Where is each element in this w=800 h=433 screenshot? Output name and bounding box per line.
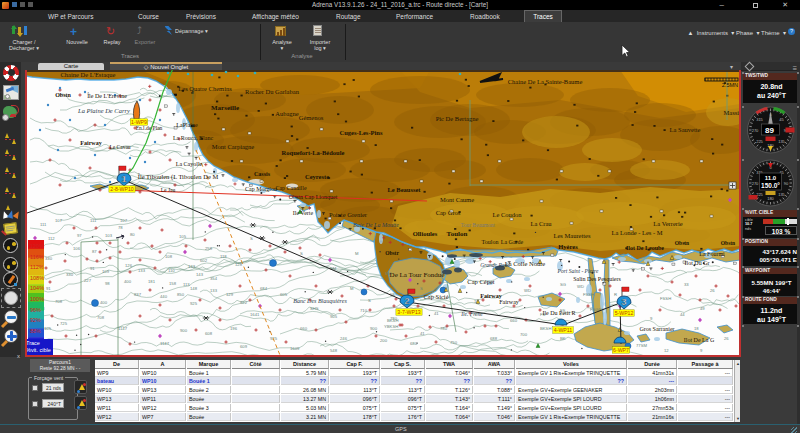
svg-text:Marseille: Marseille xyxy=(211,104,239,112)
svg-text:660: 660 xyxy=(300,326,308,331)
svg-text:Cap Canaille: Cap Canaille xyxy=(275,185,306,191)
svg-text:605: 605 xyxy=(280,292,288,297)
svg-text:90: 90 xyxy=(784,181,789,186)
svg-text:Tour Beaumont: Tour Beaumont xyxy=(461,222,496,228)
svg-text:148: 148 xyxy=(190,286,198,291)
svg-text:Obstn Cap Lionquet: Obstn Cap Lionquet xyxy=(289,194,338,200)
svg-text:109: 109 xyxy=(102,269,110,274)
svg-text:91: 91 xyxy=(90,266,95,271)
svg-text:Fairway: Fairway xyxy=(80,140,101,146)
svg-text:En.l.de Plan: En.l.de Plan xyxy=(136,125,163,131)
svg-text:270: 270 xyxy=(752,127,759,132)
svg-text:602: 602 xyxy=(200,258,208,263)
svg-text:La Sauvette: La Sauvette xyxy=(670,126,701,133)
svg-text:49: 49 xyxy=(700,306,705,311)
svg-text:96%: 96% xyxy=(30,307,41,313)
svg-text:FSSH: FSSH xyxy=(660,296,671,301)
svg-text:R: R xyxy=(614,292,617,297)
svg-text:270: 270 xyxy=(752,181,759,186)
svg-text:5-WP12: 5-WP12 xyxy=(615,310,634,316)
svg-text:La Colle Noure: La Colle Noure xyxy=(505,260,546,267)
svg-text:246: 246 xyxy=(340,336,348,341)
svg-text:18: 18 xyxy=(694,326,699,331)
svg-text:Trace: Trace xyxy=(26,340,40,346)
svg-text:M: M xyxy=(355,251,359,256)
svg-text:680: 680 xyxy=(410,341,418,346)
svg-text:S: S xyxy=(368,298,371,303)
svg-text:Obstn: Obstn xyxy=(721,240,735,246)
svg-text:354: 354 xyxy=(210,276,218,281)
svg-text:133: 133 xyxy=(188,264,196,269)
svg-text:Banc Des Blauquières: Banc Des Blauquières xyxy=(293,298,347,304)
svg-text:S: S xyxy=(250,236,253,241)
svg-text:107: 107 xyxy=(120,218,128,223)
svg-text:Rocher Du Garlaban: Rocher Du Garlaban xyxy=(245,88,300,95)
svg-text:FSSH: FSSH xyxy=(583,292,594,297)
svg-text:97: 97 xyxy=(77,233,82,238)
svg-text:Massif De: Massif De xyxy=(724,109,740,116)
svg-text:Pointe Grenier: Pointe Grenier xyxy=(329,211,368,218)
svg-text:Mont Carpiagne: Mont Carpiagne xyxy=(212,143,255,150)
svg-text:SG: SG xyxy=(560,282,566,287)
svg-text:Hyères: Hyères xyxy=(558,243,578,250)
svg-text:150.0°: 150.0° xyxy=(761,182,780,189)
svg-text:87: 87 xyxy=(92,249,97,254)
svg-text:1609: 1609 xyxy=(290,346,300,351)
svg-text:26: 26 xyxy=(710,288,715,293)
svg-text:116%: 116% xyxy=(30,254,44,260)
svg-text:112: 112 xyxy=(48,236,55,241)
svg-text:Cassis: Cassis xyxy=(254,171,271,177)
svg-text:BKSH: BKSH xyxy=(540,326,551,331)
svg-text:45: 45 xyxy=(779,116,784,121)
svg-text:Baie De La Moutte: Baie De La Moutte xyxy=(353,222,399,228)
svg-text:41: 41 xyxy=(434,311,439,316)
svg-text:925: 925 xyxy=(190,301,198,306)
svg-text:143: 143 xyxy=(196,272,204,277)
svg-text:6-WP7: 6-WP7 xyxy=(613,347,629,353)
svg-text:133: 133 xyxy=(210,288,218,293)
svg-text:3: 3 xyxy=(621,297,626,307)
svg-text:Le Cavau: Le Cavau xyxy=(109,144,130,150)
svg-text:2: 2 xyxy=(404,296,409,306)
svg-text:Ile Verte: Ile Verte xyxy=(293,210,314,216)
svg-text:Cap Morgiou: Cap Morgiou xyxy=(245,186,277,192)
svg-text:400: 400 xyxy=(100,300,108,305)
svg-text:Les Quatre Chemins: Les Quatre Chemins xyxy=(178,85,232,92)
svg-text:129: 129 xyxy=(226,292,234,297)
svg-text:BK: BK xyxy=(560,336,566,341)
svg-text:850: 850 xyxy=(177,292,185,297)
svg-text:Ollioules: Ollioules xyxy=(413,230,438,237)
svg-text:Mont Caume: Mont Caume xyxy=(440,196,474,203)
svg-text:Obstr: Obstr xyxy=(385,250,399,256)
svg-text:103: 103 xyxy=(105,233,113,238)
svg-text:92%: 92% xyxy=(30,317,41,323)
svg-text:Île Tiboulen (L Tiboulen De M: Île Tiboulen (L Tiboulen De M xyxy=(138,173,219,181)
svg-text:WD: WD xyxy=(577,284,584,289)
svg-text:708: 708 xyxy=(55,299,63,304)
svg-text:548: 548 xyxy=(330,348,338,353)
svg-text:780: 780 xyxy=(440,326,448,331)
svg-text:108%: 108% xyxy=(30,275,44,281)
svg-text:900: 900 xyxy=(370,326,378,331)
svg-text:120%: 120% xyxy=(30,243,44,249)
svg-text:110: 110 xyxy=(168,268,175,273)
svg-text:77SM: 77SM xyxy=(636,343,647,348)
svg-text:1147: 1147 xyxy=(160,341,170,346)
svg-text:Le Beausset: Le Beausset xyxy=(387,186,421,193)
svg-text:684: 684 xyxy=(260,286,268,291)
svg-text:608: 608 xyxy=(205,331,213,336)
svg-text:78: 78 xyxy=(118,225,123,230)
svg-text:135: 135 xyxy=(778,192,785,197)
svg-text:Fairway: Fairway xyxy=(499,299,519,305)
svg-text:Port Saint - Pierre: Port Saint - Pierre xyxy=(557,268,599,274)
svg-text:1: 1 xyxy=(121,174,126,184)
svg-text:688: 688 xyxy=(490,336,498,341)
svg-text:La Rouca, Blanc: La Rouca, Blanc xyxy=(173,135,213,141)
svg-text:La Fourmi: La Fourmi xyxy=(699,251,725,257)
svg-text:112%: 112% xyxy=(30,264,44,270)
svg-text:33: 33 xyxy=(684,282,689,287)
svg-text:La Londe - Les - M: La Londe - Les - M xyxy=(611,229,662,236)
svg-text:Ilot De Leoube: Ilot De Leoube xyxy=(626,245,664,251)
svg-text:91: 91 xyxy=(46,286,51,291)
svg-text:708: 708 xyxy=(97,315,105,320)
